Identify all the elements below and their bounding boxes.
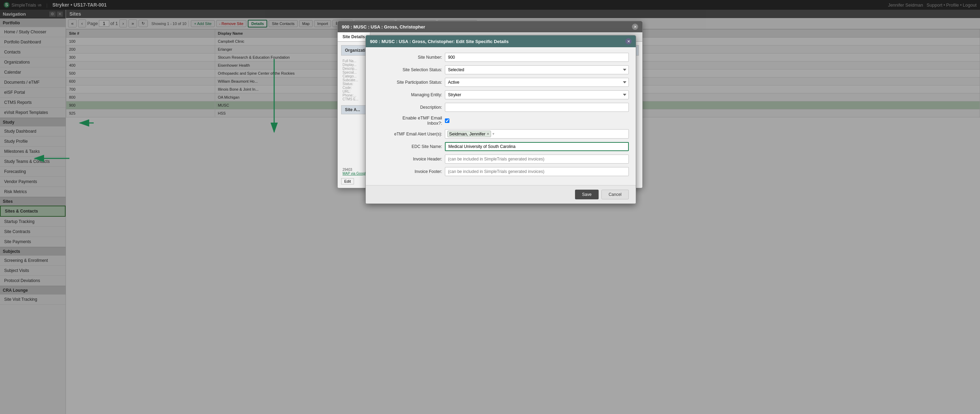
site-details-title: 900 : MUSC : USA : Gross, Christopher [342,24,425,30]
edit-modal-title: 900 : MUSC : USA : Gross, Christopher: E… [370,39,509,44]
participation-status-select[interactable]: Active Inactive Closed [445,78,629,87]
edit-site-specific-modal: 900 : MUSC : USA : Gross, Christopher: E… [366,35,636,204]
edit-modal-body: Site Number: Site Selection Status: Sele… [366,47,636,185]
selection-status-select[interactable]: Selected Not Selected Screening [445,65,629,74]
etmf-label: Enable eTMF Email Inbox?: [373,115,442,126]
edit-modal-close-btn[interactable]: ✕ [625,38,632,45]
cancel-button[interactable]: Cancel [601,190,629,199]
participation-status-label: Site Participation Status: [373,80,442,85]
form-row-etmf-alert: eTMF Email Alert User(s): Seidman, Jenni… [373,129,629,139]
invoice-footer-input[interactable] [445,167,629,176]
edit-modal-footer: Save Cancel [366,185,636,203]
save-button[interactable]: Save [575,190,598,199]
form-row-description: Description: [373,103,629,112]
tag-text: Seidman, Jennifer [449,131,485,136]
form-row-etmf-enable: Enable eTMF Email Inbox?: [373,115,629,126]
managing-entity-label: Managing Entity: [373,93,442,97]
form-row-invoice-footer: Invoice Footer: [373,167,629,176]
etmf-alert-tag: Seidman, Jennifer ✕ [447,131,491,137]
invoice-header-input[interactable] [445,155,629,164]
form-row-edc-site-name: EDC Site Name: [373,142,629,151]
edc-site-name-input[interactable] [445,142,629,151]
etmf-alert-label: eTMF Email Alert User(s): [373,132,442,136]
site-number-label: Site Number: [373,55,442,60]
dropdown-arrow-icon: ▾ [492,132,495,136]
form-row-site-number: Site Number: [373,53,629,62]
form-row-selection-status: Site Selection Status: Selected Not Sele… [373,65,629,74]
form-row-invoice-header: Invoice Header: [373,155,629,164]
edit-modal-header: 900 : MUSC : USA : Gross, Christopher: E… [366,35,636,47]
invoice-footer-label: Invoice Footer: [373,169,442,174]
selection-status-label: Site Selection Status: [373,67,442,72]
tag-remove-icon[interactable]: ✕ [487,132,489,136]
etmf-checkbox-container [445,118,629,123]
site-details-modal: 900 : MUSC : USA : Gross, Christopher ✕ … [337,21,643,188]
site-number-input[interactable] [445,53,629,62]
form-row-managing-entity: Managing Entity: Stryker [373,90,629,99]
description-input[interactable] [445,103,629,112]
edc-site-name-label: EDC Site Name: [373,144,442,149]
site-details-close-btn[interactable]: ✕ [632,24,638,30]
org-bottom-edit-btn[interactable]: Edit [341,178,354,184]
site-address-label: Site A... [345,107,360,112]
form-row-participation-status: Site Participation Status: Active Inacti… [373,78,629,87]
etmf-alert-input[interactable]: Seidman, Jennifer ✕ ▾ [445,129,629,139]
dialog-overlay: 900 : MUSC : USA : Gross, Christopher ✕ … [0,0,980,414]
description-label: Description: [373,105,442,110]
site-details-header: 900 : MUSC : USA : Gross, Christopher ✕ [338,21,642,32]
managing-entity-select[interactable]: Stryker [445,90,629,99]
etmf-checkbox[interactable] [445,118,449,123]
invoice-header-label: Invoice Header: [373,157,442,161]
